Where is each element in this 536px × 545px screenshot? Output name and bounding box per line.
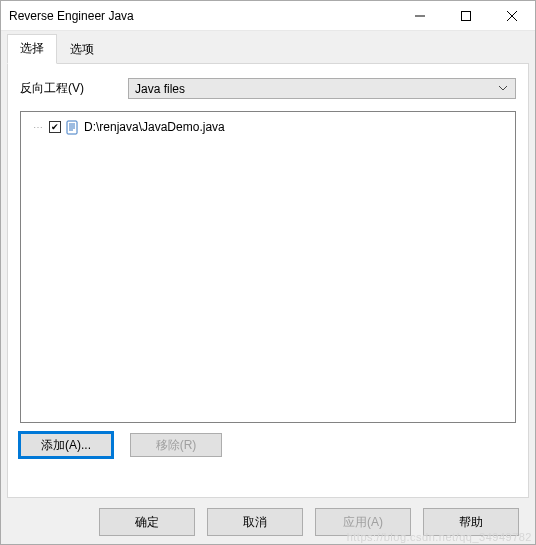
tree-item[interactable]: ⋯ ✔ D:\renjava\JavaDemo.java: [29, 118, 507, 136]
remove-button: 移除(R): [130, 433, 222, 457]
tab-select[interactable]: 选择: [7, 34, 57, 64]
reverse-row: 反向工程(V) Java files: [20, 78, 516, 99]
tree-item-label: D:\renjava\JavaDemo.java: [84, 120, 225, 134]
file-tree[interactable]: ⋯ ✔ D:\renjava\JavaDemo.java: [20, 111, 516, 423]
cancel-button[interactable]: 取消: [207, 508, 303, 536]
help-button[interactable]: 帮助: [423, 508, 519, 536]
tree-connector-icon: ⋯: [29, 122, 45, 133]
tab-options[interactable]: 选项: [57, 35, 107, 64]
apply-button: 应用(A): [315, 508, 411, 536]
client-area: 选择 选项 反向工程(V) Java files ⋯ ✔: [1, 31, 535, 544]
dialog-window: Reverse Engineer Java 选择 选项 反向工程(V) Java…: [0, 0, 536, 545]
maximize-button[interactable]: [443, 1, 489, 31]
minimize-icon: [415, 11, 425, 21]
tab-strip: 选择 选项: [7, 37, 529, 63]
add-button[interactable]: 添加(A)...: [20, 433, 112, 457]
dropdown-value: Java files: [135, 82, 497, 96]
title-bar: Reverse Engineer Java: [1, 1, 535, 31]
svg-rect-0: [462, 11, 471, 20]
close-button[interactable]: [489, 1, 535, 31]
dialog-footer: 确定 取消 应用(A) 帮助: [7, 498, 529, 536]
close-icon: [507, 11, 517, 21]
java-file-icon: [65, 120, 80, 135]
ok-button[interactable]: 确定: [99, 508, 195, 536]
tree-actions: 添加(A)... 移除(R): [20, 433, 516, 457]
chevron-down-icon: [497, 86, 509, 91]
window-title: Reverse Engineer Java: [9, 9, 397, 23]
reverse-label: 反向工程(V): [20, 80, 100, 97]
file-type-dropdown[interactable]: Java files: [128, 78, 516, 99]
tree-item-checkbox[interactable]: ✔: [49, 121, 61, 133]
minimize-button[interactable]: [397, 1, 443, 31]
tab-panel-select: 反向工程(V) Java files ⋯ ✔: [7, 63, 529, 498]
maximize-icon: [461, 11, 471, 21]
